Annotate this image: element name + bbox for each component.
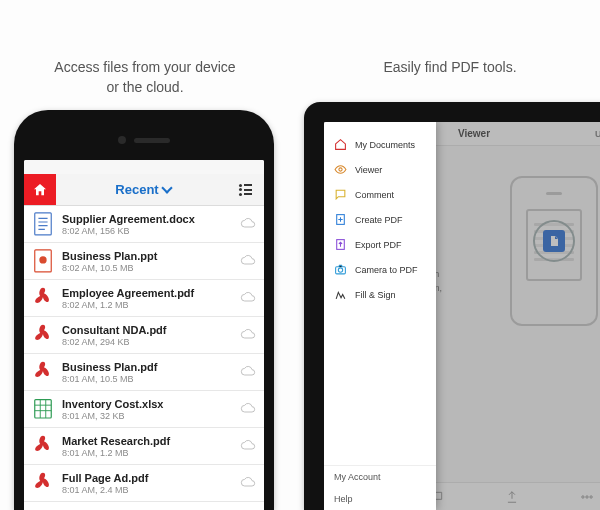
drawer-item-export-pdf[interactable]: Export PDF [324, 232, 436, 257]
phone-camera-dot [118, 136, 126, 144]
tablet-screen: Viewer Undo d uments where n the Viewer.… [324, 122, 600, 510]
file-text: Inventory Cost.xlsx8:01 AM, 32 KB [62, 398, 232, 421]
file-meta: 8:02 AM, 156 KB [62, 226, 232, 236]
file-row[interactable]: Supplier Agreement.docx8:02 AM, 156 KB [24, 206, 264, 243]
file-row[interactable]: Employee Agreement.pdf8:02 AM, 1.2 MB [24, 280, 264, 317]
cloud-icon [240, 215, 256, 233]
drawer-item-label: Fill & Sign [355, 290, 396, 300]
file-name: Business Plan.ppt [62, 250, 232, 262]
file-row[interactable]: Inventory Cost.xlsx8:01 AM, 32 KB [24, 391, 264, 428]
comment-icon [334, 188, 347, 201]
file-name: Market Research.pdf [62, 435, 232, 447]
drawer-footer-label: Help [334, 494, 353, 504]
file-text: Supplier Agreement.docx8:02 AM, 156 KB [62, 213, 232, 236]
file-meta: 8:01 AM, 32 KB [62, 411, 232, 421]
pdf-file-icon [32, 359, 54, 385]
file-text: Business Plan.pdf8:01 AM, 10.5 MB [62, 361, 232, 384]
file-row[interactable]: Market Research.pdf8:01 AM, 1.2 MB [24, 428, 264, 465]
camera-icon [334, 263, 347, 276]
phone-device-frame: Recent Supplier Agreement.docx8:02 AM, 1… [14, 110, 274, 510]
cloud-icon [240, 363, 256, 381]
file-meta: 8:01 AM, 10.5 MB [62, 374, 232, 384]
status-bar [24, 160, 264, 174]
file-text: Market Research.pdf8:01 AM, 1.2 MB [62, 435, 232, 458]
ppt-file-icon [32, 248, 54, 274]
file-meta: 8:01 AM, 2.4 MB [62, 485, 232, 495]
file-name: Inventory Cost.xlsx [62, 398, 232, 410]
toolbar: Recent [24, 174, 264, 206]
chevron-down-icon [161, 182, 172, 193]
recent-dropdown[interactable]: Recent [56, 174, 230, 205]
drawer-item-camera-to-pdf[interactable]: Camera to PDF [324, 257, 436, 282]
export-icon [334, 238, 347, 251]
drawer-item-label: Viewer [355, 165, 382, 175]
drawer-item-label: Camera to PDF [355, 265, 418, 275]
tablet-device-frame: Viewer Undo d uments where n the Viewer.… [304, 102, 600, 510]
file-name: Business Plan.pdf [62, 361, 232, 373]
sign-icon [334, 288, 347, 301]
file-text: Full Page Ad.pdf8:01 AM, 2.4 MB [62, 472, 232, 495]
docx-file-icon [32, 211, 54, 237]
drawer-footer-label: My Account [334, 472, 381, 482]
svg-point-6 [39, 256, 46, 263]
home-button[interactable] [24, 174, 56, 205]
drawer-item-label: My Documents [355, 140, 415, 150]
file-name: Supplier Agreement.docx [62, 213, 232, 225]
file-meta: 8:02 AM, 294 KB [62, 337, 232, 347]
pdf-file-icon [32, 470, 54, 496]
drawer-item-my-documents[interactable]: My Documents [324, 132, 436, 157]
phone-speaker [134, 138, 170, 143]
view-toggle-button[interactable] [230, 174, 264, 205]
home-icon [32, 182, 48, 198]
file-text: Business Plan.ppt8:02 AM, 10.5 MB [62, 250, 232, 273]
cloud-icon [240, 437, 256, 455]
eye-icon [334, 163, 347, 176]
pdf-file-icon [32, 285, 54, 311]
file-text: Employee Agreement.pdf8:02 AM, 1.2 MB [62, 287, 232, 310]
file-list: Supplier Agreement.docx8:02 AM, 156 KBBu… [24, 206, 264, 510]
cloud-icon [240, 326, 256, 344]
file-name: Employee Agreement.pdf [62, 287, 232, 299]
file-row[interactable]: Full Page Ad.pdf8:01 AM, 2.4 MB [24, 465, 264, 502]
caption-right: Easily find PDF tools. [340, 58, 560, 78]
caption-left: Access files from your deviceor the clou… [15, 58, 275, 97]
drawer-footer-my-account[interactable]: My Account [324, 466, 436, 488]
phone-screen: Recent Supplier Agreement.docx8:02 AM, 1… [24, 160, 264, 510]
file-name: Consultant NDA.pdf [62, 324, 232, 336]
drawer-footer: My AccountHelp [324, 465, 436, 510]
list-view-icon [239, 184, 255, 196]
xlsx-file-icon [32, 396, 54, 422]
svg-rect-0 [35, 213, 51, 235]
drawer-item-fill-sign[interactable]: Fill & Sign [324, 282, 436, 307]
drawer-item-label: Comment [355, 190, 394, 200]
side-drawer: My DocumentsViewerCommentCreate PDFExpor… [324, 122, 436, 510]
svg-rect-7 [35, 400, 51, 418]
file-meta: 8:01 AM, 1.2 MB [62, 448, 232, 458]
file-row[interactable]: Business Plan.ppt8:02 AM, 10.5 MB [24, 243, 264, 280]
drawer-footer-help[interactable]: Help [324, 488, 436, 510]
phone-bezel-top [24, 120, 264, 160]
file-row[interactable]: Consultant NDA.pdf8:02 AM, 294 KB [24, 317, 264, 354]
home-icon [334, 138, 347, 151]
drawer-item-label: Create PDF [355, 215, 403, 225]
svg-point-20 [338, 268, 342, 272]
cloud-icon [240, 252, 256, 270]
drawer-list: My DocumentsViewerCommentCreate PDFExpor… [324, 122, 436, 465]
cloud-icon [240, 474, 256, 492]
pdf-file-icon [32, 433, 54, 459]
file-row[interactable]: Magazine Article.jpg [24, 502, 264, 510]
file-row[interactable]: Business Plan.pdf8:01 AM, 10.5 MB [24, 354, 264, 391]
recent-dropdown-label: Recent [115, 182, 158, 197]
file-name: Full Page Ad.pdf [62, 472, 232, 484]
file-meta: 8:02 AM, 10.5 MB [62, 263, 232, 273]
drawer-item-comment[interactable]: Comment [324, 182, 436, 207]
drawer-item-viewer[interactable]: Viewer [324, 157, 436, 182]
file-meta: 8:02 AM, 1.2 MB [62, 300, 232, 310]
cloud-icon [240, 400, 256, 418]
create-icon [334, 213, 347, 226]
drawer-item-create-pdf[interactable]: Create PDF [324, 207, 436, 232]
cloud-icon [240, 289, 256, 307]
drawer-item-label: Export PDF [355, 240, 402, 250]
pdf-file-icon [32, 322, 54, 348]
svg-point-16 [339, 168, 342, 171]
